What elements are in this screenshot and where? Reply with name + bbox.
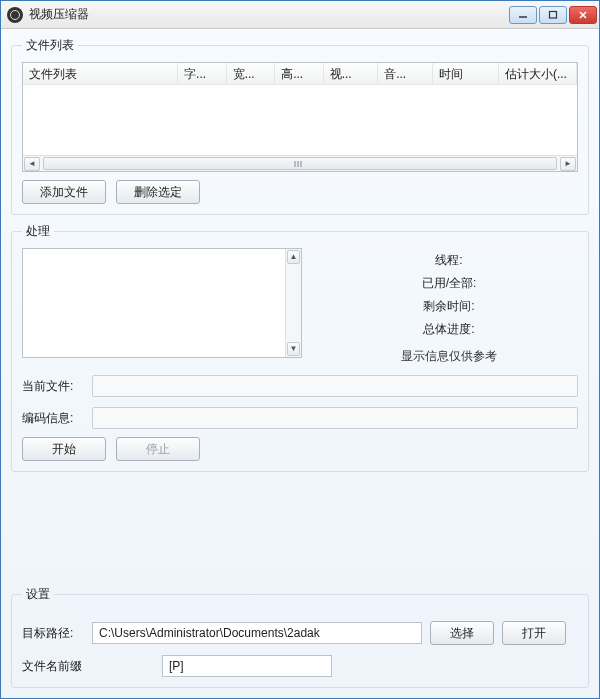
stats-panel: 线程: 已用/全部: 剩余时间: 总体进度: 显示信息仅供参考 [320, 248, 578, 365]
used-total-label: 已用/全部: [349, 275, 549, 292]
column-header[interactable]: 字... [178, 63, 227, 84]
log-textarea[interactable]: ▲ ▼ [22, 248, 302, 358]
scroll-up-button[interactable]: ▲ [287, 250, 300, 264]
target-path-row: 目标路径: 选择 打开 [22, 621, 578, 645]
overall-progress-label: 总体进度: [349, 321, 549, 338]
info-note: 显示信息仅供参考 [349, 348, 549, 365]
maximize-button[interactable] [539, 6, 567, 24]
choose-button[interactable]: 选择 [430, 621, 494, 645]
target-path-label: 目标路径: [22, 625, 84, 642]
svg-rect-1 [550, 11, 557, 18]
content-area: 文件列表 文件列表 字... 宽... 高... 视... 音... 时间 估计… [1, 29, 599, 698]
column-header[interactable]: 音... [378, 63, 432, 84]
close-button[interactable] [569, 6, 597, 24]
column-header[interactable]: 视... [324, 63, 378, 84]
stop-button[interactable]: 停止 [116, 437, 200, 461]
minimize-button[interactable] [509, 6, 537, 24]
processing-legend: 处理 [22, 223, 54, 240]
maximize-icon [548, 10, 558, 20]
file-list-legend: 文件列表 [22, 37, 78, 54]
add-file-button[interactable]: 添加文件 [22, 180, 106, 204]
open-button[interactable]: 打开 [502, 621, 566, 645]
column-header[interactable]: 高... [275, 63, 324, 84]
encode-info-value [92, 407, 578, 429]
close-icon [578, 10, 588, 20]
minimize-icon [518, 10, 528, 20]
processing-group: 处理 ▲ ▼ 线程: 已用/全部: 剩余时间: 总体进度: 显示信息仅供参考 [11, 223, 589, 472]
column-header[interactable]: 文件列表 [23, 63, 178, 84]
file-list-header[interactable]: 文件列表 字... 宽... 高... 视... 音... 时间 估计大小(..… [23, 63, 577, 85]
chevron-right-icon: ► [564, 160, 572, 168]
filename-prefix-input[interactable] [162, 655, 332, 677]
processing-buttons: 开始 停止 [22, 437, 578, 461]
scrollbar-track[interactable] [286, 265, 301, 341]
app-title: 视频压缩器 [29, 6, 509, 23]
vertical-scrollbar[interactable]: ▲ ▼ [285, 249, 301, 357]
column-header[interactable]: 时间 [433, 63, 499, 84]
window-controls [509, 6, 597, 24]
app-window: 视频压缩器 文件列表 文件列表 字... 宽... 高... 视... [0, 0, 600, 699]
scroll-right-button[interactable]: ► [560, 157, 576, 171]
threads-label: 线程: [349, 252, 549, 269]
settings-group: 设置 目标路径: 选择 打开 文件名前缀 [11, 586, 589, 688]
scrollbar-thumb-grip-icon [294, 161, 306, 167]
scroll-left-button[interactable]: ◄ [24, 157, 40, 171]
current-file-row: 当前文件: [22, 375, 578, 397]
current-file-label: 当前文件: [22, 378, 84, 395]
encode-info-label: 编码信息: [22, 410, 84, 427]
titlebar: 视频压缩器 [1, 1, 599, 29]
remove-selected-button[interactable]: 删除选定 [116, 180, 200, 204]
remaining-time-label: 剩余时间: [349, 298, 549, 315]
start-button[interactable]: 开始 [22, 437, 106, 461]
scrollbar-track[interactable] [43, 157, 557, 170]
file-list-buttons: 添加文件 删除选定 [22, 180, 578, 204]
app-icon [7, 7, 23, 23]
file-list-body[interactable] [23, 85, 577, 155]
file-list-view[interactable]: 文件列表 字... 宽... 高... 视... 音... 时间 估计大小(..… [22, 62, 578, 172]
target-path-input[interactable] [92, 622, 422, 644]
settings-legend: 设置 [22, 586, 54, 603]
encode-info-row: 编码信息: [22, 407, 578, 429]
horizontal-scrollbar[interactable]: ◄ ► [23, 155, 577, 171]
column-header[interactable]: 宽... [227, 63, 276, 84]
file-list-group: 文件列表 文件列表 字... 宽... 高... 视... 音... 时间 估计… [11, 37, 589, 215]
filename-prefix-row: 文件名前缀 [22, 655, 578, 677]
processing-body: ▲ ▼ 线程: 已用/全部: 剩余时间: 总体进度: 显示信息仅供参考 [22, 248, 578, 365]
chevron-down-icon: ▼ [290, 345, 298, 353]
column-header[interactable]: 估计大小(... [499, 63, 577, 84]
spacer [11, 480, 589, 578]
current-file-value [92, 375, 578, 397]
chevron-up-icon: ▲ [290, 253, 298, 261]
chevron-left-icon: ◄ [28, 160, 36, 168]
filename-prefix-label: 文件名前缀 [22, 658, 94, 675]
scroll-down-button[interactable]: ▼ [287, 342, 300, 356]
